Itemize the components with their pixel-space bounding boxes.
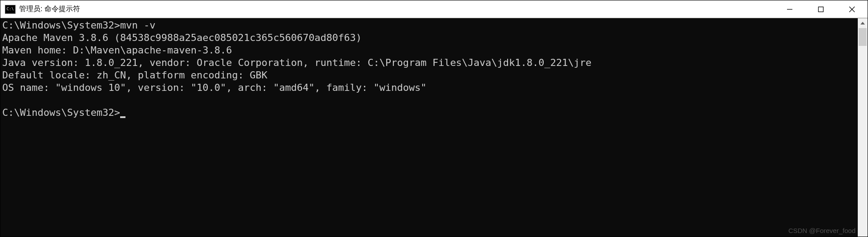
maximize-button[interactable] <box>805 0 836 18</box>
cmd-icon <box>5 5 16 14</box>
minimize-icon <box>787 6 793 12</box>
content-area: C:\Windows\System32>mvn -v Apache Maven … <box>0 18 868 237</box>
titlebar[interactable]: 管理员: 命令提示符 <box>0 0 868 18</box>
minimize-button[interactable] <box>774 0 805 18</box>
maximize-icon <box>818 6 824 12</box>
close-button[interactable] <box>836 0 868 18</box>
close-icon <box>849 6 855 12</box>
vertical-scrollbar[interactable] <box>858 18 868 237</box>
scroll-up-button[interactable] <box>858 18 868 28</box>
output-line: Default locale: zh_CN, platform encoding… <box>2 69 267 81</box>
svg-rect-1 <box>819 7 824 12</box>
output-line: Maven home: D:\Maven\apache-maven-3.8.6 <box>2 45 232 56</box>
window-controls <box>774 0 868 18</box>
prompt-text: C:\Windows\System32> <box>2 107 120 118</box>
scrollbar-thumb[interactable] <box>859 28 867 46</box>
terminal-cursor <box>120 116 125 118</box>
output-line: Java version: 1.8.0_221, vendor: Oracle … <box>2 57 592 68</box>
command-text: mvn -v <box>120 20 155 31</box>
prompt-text: C:\Windows\System32> <box>2 20 120 31</box>
chevron-up-icon <box>860 22 865 25</box>
window-title: 管理员: 命令提示符 <box>19 4 774 14</box>
command-prompt-window: 管理员: 命令提示符 C:\Windows\System32>mvn -v Ap… <box>0 0 868 237</box>
terminal-output[interactable]: C:\Windows\System32>mvn -v Apache Maven … <box>0 18 858 237</box>
output-line: Apache Maven 3.8.6 (84538c9988a25aec0850… <box>2 32 362 43</box>
output-line: OS name: "windows 10", version: "10.0", … <box>2 82 427 93</box>
